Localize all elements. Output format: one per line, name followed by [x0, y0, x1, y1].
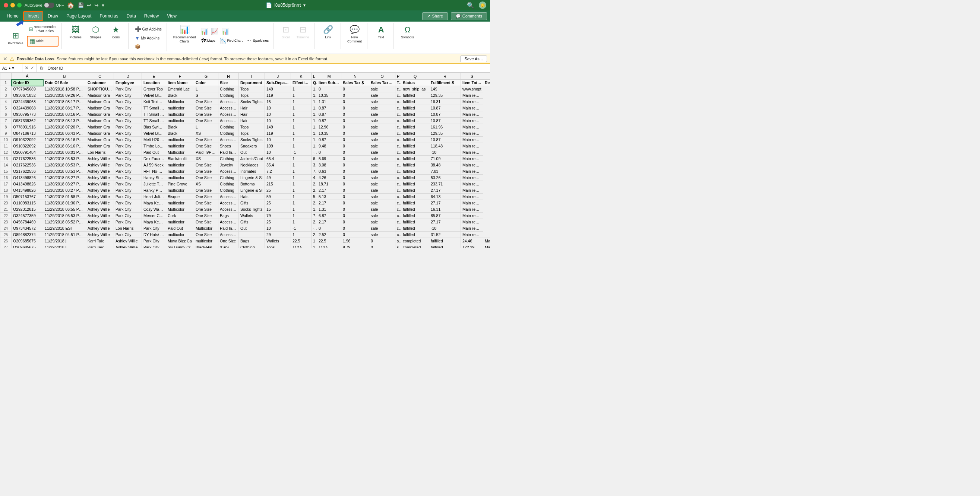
cell-17-8[interactable]: Bottoms: [239, 181, 265, 187]
recommended-pivottables-button[interactable]: ⊟ RecommendedPivotTables: [27, 24, 59, 34]
cell-17-0[interactable]: O413498826: [11, 181, 43, 187]
cell-14-6[interactable]: One Size: [194, 162, 218, 168]
cell-16-17[interactable]: 53.26: [429, 174, 461, 181]
cell-21-15[interactable]: completed: [395, 206, 401, 212]
cell-21-10[interactable]: 1: [291, 206, 312, 212]
cell-5-18[interactable]: Main regist: [461, 105, 483, 111]
cell-4-13[interactable]: 0: [341, 99, 369, 105]
save-icon[interactable]: 💾: [78, 2, 84, 8]
cell-22-18[interactable]: Main regist: [461, 212, 483, 219]
cell-10-8[interactable]: Socks Tights: [239, 137, 265, 143]
cell-2-17[interactable]: 149: [429, 86, 461, 92]
cell-18-1[interactable]: 11/30/2018 03:27 PM EST: [43, 187, 86, 193]
header-cell-0[interactable]: Order ID: [11, 80, 43, 86]
cell-25-15[interactable]: completed: [395, 231, 401, 238]
cell-21-1[interactable]: 11/29/2018 06:55 PM EST: [43, 206, 86, 212]
cell-7-7[interactable]: Accessories: [218, 118, 239, 124]
cell-20-18[interactable]: Main regist: [461, 200, 483, 206]
cell-26-7[interactable]: One Size: [218, 238, 239, 244]
menu-review[interactable]: Review: [140, 12, 162, 20]
cell-12-13[interactable]: 0: [341, 149, 369, 156]
cell-5-15[interactable]: completed: [395, 105, 401, 111]
cell-3-1[interactable]: 11/30/2018 09:26 PM EST: [43, 92, 86, 99]
cell-24-2[interactable]: Ashley Willie: [86, 225, 114, 231]
cell-3-3[interactable]: Park City: [114, 92, 142, 99]
cell-8-7[interactable]: Clothing: [218, 124, 239, 130]
cell-10-1[interactable]: 11/30/2018 06:16 PM EST: [43, 137, 86, 143]
close-button[interactable]: [4, 3, 8, 8]
cell-6-3[interactable]: Park City: [114, 111, 142, 118]
cell-17-9[interactable]: 215: [265, 181, 291, 187]
cell-15-18[interactable]: Main regist: [461, 168, 483, 174]
cell-18-5[interactable]: multicolor: [166, 187, 194, 193]
col-header-N[interactable]: N: [341, 73, 369, 80]
text-button[interactable]: A Text: [372, 24, 390, 41]
cell-13-3[interactable]: Park City: [114, 156, 142, 162]
cell-2-9[interactable]: 149: [265, 86, 291, 92]
cell-24-6[interactable]: Multicolor: [194, 225, 218, 231]
cell-4-5[interactable]: Multicolor: [166, 99, 194, 105]
cell-7-9[interactable]: 10: [265, 118, 291, 124]
cell-12-1[interactable]: 11/30/2018 06:01 PM EST: [43, 149, 86, 156]
cell-18-10[interactable]: 1: [291, 187, 312, 193]
cell-7-0[interactable]: O987339362: [11, 118, 43, 124]
cell-26-13[interactable]: 1.96: [341, 238, 369, 244]
cell-18-17[interactable]: 27.17: [429, 187, 461, 193]
cell-14-0[interactable]: O217622536: [11, 162, 43, 168]
cell-16-3[interactable]: Park City: [114, 174, 142, 181]
cell-5-8[interactable]: Hair: [239, 105, 265, 111]
cell-27-19[interactable]: Main regist: [483, 244, 490, 248]
cell-6-10[interactable]: 1: [291, 111, 312, 118]
header-cell-4[interactable]: Location: [142, 80, 166, 86]
cell-12-2[interactable]: Lori Harris: [86, 149, 114, 156]
cell-8-9[interactable]: 149: [265, 124, 291, 130]
cell-7-2[interactable]: Madison Gra: [86, 118, 114, 124]
cell-20-15[interactable]: completed: [395, 200, 401, 206]
cell-4-8[interactable]: Socks Tights: [239, 99, 265, 105]
cell-7-15[interactable]: completed: [395, 118, 401, 124]
addin-extra-button[interactable]: 📦: [133, 43, 164, 50]
cell-9-17[interactable]: 129.35: [429, 130, 461, 137]
search-icon[interactable]: 🔍: [467, 2, 474, 9]
cell-25-3[interactable]: Park City: [114, 231, 142, 238]
cell-9-2[interactable]: Madison Gra: [86, 130, 114, 137]
header-cell-5[interactable]: Item Name: [166, 80, 194, 86]
cell-12-16[interactable]: fulfilled: [401, 149, 429, 156]
cell-24-18[interactable]: Main regist: [461, 225, 483, 231]
cell-12-8[interactable]: Out: [239, 149, 265, 156]
cell-3-14[interactable]: sale: [369, 92, 395, 99]
cell-26-15[interactable]: sale: [395, 238, 401, 244]
cell-4-6[interactable]: One Size: [194, 99, 218, 105]
cell-4-18[interactable]: Main regist: [461, 99, 483, 105]
dropdown-icon[interactable]: ▾: [303, 3, 305, 8]
cell-8-3[interactable]: Park City: [114, 124, 142, 130]
cell-17-11[interactable]: 215: [312, 181, 317, 187]
cell-8-16[interactable]: fulfilled: [401, 124, 429, 130]
cell-8-5[interactable]: Black: [166, 124, 194, 130]
cell-17-10[interactable]: 1: [291, 181, 312, 187]
cell-27-18[interactable]: 122.29: [461, 244, 483, 248]
cell-14-5[interactable]: multicolor: [166, 162, 194, 168]
cell-27-11[interactable]: 1: [312, 244, 317, 248]
cell-6-5[interactable]: multicolor: [166, 111, 194, 118]
cell-19-17[interactable]: 64.13: [429, 193, 461, 200]
cell-12-10[interactable]: -1: [291, 149, 312, 156]
cell-15-6[interactable]: One Size: [194, 168, 218, 174]
autosave-switch[interactable]: [44, 3, 54, 8]
cell-11-16[interactable]: fulfilled: [401, 143, 429, 149]
cell-11-13[interactable]: 0: [341, 143, 369, 149]
cell-26-9[interactable]: Wallets: [265, 238, 291, 244]
cell-10-4[interactable]: Melt H20 Pro: [142, 137, 166, 143]
cell-5-5[interactable]: multicolor: [166, 105, 194, 111]
cell-25-11[interactable]: 29: [312, 231, 317, 238]
cell-19-12[interactable]: 5.13: [317, 193, 341, 200]
col-header-F[interactable]: F: [166, 73, 194, 80]
col-header-D[interactable]: D: [114, 73, 142, 80]
cell-4-11[interactable]: 15: [312, 99, 317, 105]
cell-22-4[interactable]: Mercer Cork: [142, 212, 166, 219]
cell-4-2[interactable]: Madison Gra: [86, 99, 114, 105]
cell-9-18[interactable]: Main regist: [461, 130, 483, 137]
cell-12-11[interactable]: -10: [312, 149, 317, 156]
cell-8-18[interactable]: Main regist: [461, 124, 483, 130]
cell-26-18[interactable]: 24.46: [461, 238, 483, 244]
